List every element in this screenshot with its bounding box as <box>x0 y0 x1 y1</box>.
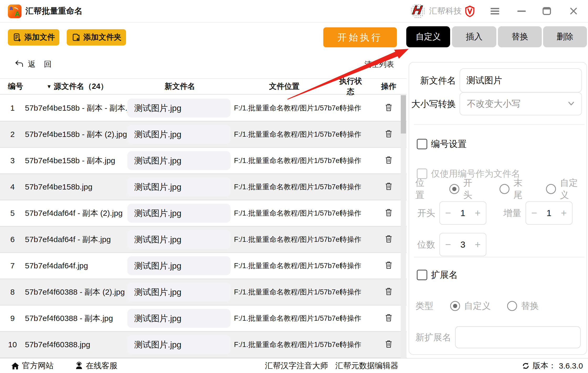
title-bar: a A 汇帮批量重命名 H 汇帮科技 <box>0 0 588 23</box>
new-name-input[interactable]: 测试图片.jpg <box>127 309 231 328</box>
ext-type-custom-radio[interactable] <box>450 301 460 311</box>
new-name-input[interactable]: 测试图片.jpg <box>127 256 231 275</box>
ext-type-row: 类型 自定义 替换 <box>415 300 539 312</box>
brand-logo-icon: H <box>410 4 425 18</box>
table-row: 2 57b7ef4be158b - 副本 (2).jpg 测试图片.jpg F:… <box>0 121 407 148</box>
tab-custom[interactable]: 自定义 <box>406 26 450 47</box>
trash-icon <box>384 340 393 349</box>
new-name-input[interactable]: 测试图片.jpg <box>127 151 231 170</box>
close-button[interactable] <box>566 0 581 22</box>
new-extension-field[interactable] <box>455 326 581 348</box>
back-label: 返 回 <box>28 59 55 70</box>
delete-row-button[interactable] <box>384 287 393 296</box>
add-files-button[interactable]: 添加文件 <box>8 29 59 45</box>
plus-icon[interactable]: + <box>561 207 567 219</box>
table-row: 7 57b7ef4daf64f.jpg 测试图片.jpg F:/1.批量重命名教… <box>0 253 407 279</box>
extension-checkbox[interactable] <box>417 270 427 280</box>
delete-row-button[interactable] <box>384 208 393 217</box>
row-index: 10 <box>0 340 25 349</box>
status-text: 待操作 <box>336 340 365 349</box>
clear-list-button[interactable]: 清空列表 <box>365 59 394 69</box>
case-convert-select[interactable]: 不改变大小写 <box>460 92 582 115</box>
file-table: 1 57b7ef4be158b - 副本 - 副本.jpg 测试图片.jpg F… <box>0 95 407 358</box>
metadata-editor-link[interactable]: 汇帮元数据编辑器 <box>335 359 398 373</box>
row-index: 8 <box>0 288 25 297</box>
file-location: F:/1.批量重命名教程/图片1/57b7ef <box>232 340 336 349</box>
plus-icon[interactable]: + <box>475 239 481 250</box>
table-scrollbar-thumb[interactable] <box>401 95 406 134</box>
position-end-label: 末尾 <box>513 177 531 201</box>
position-end-radio[interactable] <box>499 184 509 194</box>
delete-row-button[interactable] <box>384 129 393 138</box>
delete-row-button[interactable] <box>384 156 393 165</box>
sort-desc-icon: ▼ <box>46 84 52 90</box>
source-filename: 57b7ef4daf64f.jpg <box>25 261 127 270</box>
header-new-name: 新文件名 <box>127 81 232 92</box>
minus-icon[interactable]: − <box>531 207 537 219</box>
table-scrollbar-track[interactable] <box>401 95 406 358</box>
add-folder-button[interactable]: 添加文件夹 <box>67 29 126 45</box>
home-icon <box>11 362 19 370</box>
ext-type-custom-label: 自定义 <box>464 300 491 312</box>
source-filename: 57b7ef4be158b - 副本 - 副本.jpg <box>25 103 127 114</box>
new-name-input[interactable]: 测试图片.jpg <box>127 204 231 223</box>
table-row: 1 57b7ef4be158b - 副本 - 副本.jpg 测试图片.jpg F… <box>0 95 407 121</box>
pinyin-master-link[interactable]: 汇帮汉字注音大师 <box>265 359 328 373</box>
source-filename: 57b7ef4daf64f - 副本.jpg <box>25 234 127 245</box>
delete-row-button[interactable] <box>384 182 393 191</box>
row-index: 1 <box>0 104 25 113</box>
official-website-link[interactable]: 官方网站 <box>11 359 54 373</box>
position-custom-radio[interactable] <box>546 184 556 194</box>
new-name-input[interactable]: 测试图片.jpg <box>127 335 231 354</box>
ext-type-label: 类型 <box>415 300 433 312</box>
ext-type-replace-radio[interactable] <box>507 301 517 311</box>
tab-replace[interactable]: 替换 <box>498 26 542 47</box>
minus-icon[interactable]: − <box>445 207 451 219</box>
status-text: 待操作 <box>336 314 365 323</box>
numbering-checkbox[interactable] <box>417 139 427 149</box>
menu-button[interactable] <box>487 0 502 22</box>
status-text: 待操作 <box>336 182 365 192</box>
maximize-button[interactable] <box>539 0 554 22</box>
status-text: 待操作 <box>336 261 365 270</box>
header-index: 编号 <box>0 81 25 92</box>
new-name-input[interactable]: 测试图片.jpg <box>127 177 231 196</box>
status-text: 待操作 <box>336 130 365 139</box>
hamburger-icon <box>491 8 499 14</box>
new-extension-label: 新扩展名 <box>415 326 451 348</box>
table-row: 5 57b7ef4daf64f - 副本 (2).jpg 测试图片.jpg F:… <box>0 200 407 227</box>
back-button[interactable]: 返 回 <box>14 59 55 70</box>
delete-row-button[interactable] <box>384 261 393 270</box>
delete-row-button[interactable] <box>384 313 393 322</box>
version-value: 3.6.3.0 <box>559 361 583 370</box>
digits-label: 位数 <box>417 239 435 251</box>
trash-icon <box>384 234 393 243</box>
tab-insert[interactable]: 插入 <box>452 26 496 47</box>
version-label: 版本： <box>533 360 556 371</box>
trash-icon <box>384 182 393 191</box>
increment-value: 1 <box>547 208 551 218</box>
row-index: 3 <box>0 156 25 165</box>
delete-row-button[interactable] <box>384 103 393 112</box>
new-name-input[interactable]: 测试图片.jpg <box>127 283 231 302</box>
new-filename-field[interactable] <box>460 68 582 93</box>
numbering-label: 编号设置 <box>431 138 467 150</box>
new-name-input[interactable]: 测试图片.jpg <box>127 99 231 117</box>
minus-icon[interactable]: − <box>445 239 451 250</box>
plus-icon[interactable]: + <box>475 207 481 219</box>
file-location: F:/1.批量重命名教程/图片1/57b7ef <box>232 208 336 218</box>
delete-row-button[interactable] <box>384 340 393 349</box>
trash-icon <box>384 287 393 296</box>
online-support-link[interactable]: 在线客服 <box>75 359 117 373</box>
minimize-button[interactable] <box>514 0 529 22</box>
start-increment-row: 开头 − 1 + 增量 − 1 + <box>417 201 573 225</box>
position-start-radio[interactable] <box>449 184 459 194</box>
tab-delete[interactable]: 删除 <box>543 26 587 47</box>
header-source-sortable[interactable]: ▼ 源文件名（24） <box>25 81 127 92</box>
status-text: 待操作 <box>336 156 365 165</box>
new-name-input[interactable]: 测试图片.jpg <box>127 230 231 249</box>
start-execute-button[interactable]: 开始执行 <box>323 27 397 47</box>
new-name-input[interactable]: 测试图片.jpg <box>127 125 231 144</box>
file-location: F:/1.批量重命名教程/图片1/57b7ef <box>232 287 336 297</box>
delete-row-button[interactable] <box>384 234 393 243</box>
